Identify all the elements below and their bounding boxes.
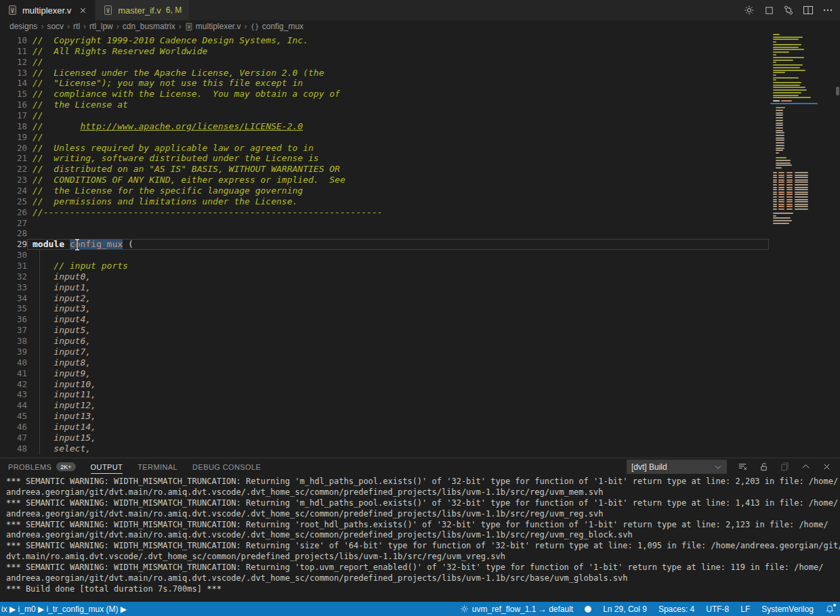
code-line[interactable]: 39 input7,: [0, 347, 769, 357]
design-hierarchy-breadcrumb[interactable]: ix ▶ i_m0 ▶ i_tr_config_mux (M) ▶: [1, 604, 127, 614]
code-line[interactable]: 24// the License for the specific langua…: [0, 185, 769, 196]
code-line[interactable]: 26//------------------------------------…: [0, 207, 769, 218]
status-circle-icon[interactable]: [585, 606, 591, 613]
code-line[interactable]: 18// http://www.apache.org/licenses/LICE…: [0, 121, 769, 132]
minimap-bar: [795, 179, 808, 181]
close-tab-icon[interactable]: [79, 6, 87, 15]
code-line[interactable]: 10// Copyright 1999-2010 Cadence Design …: [0, 35, 769, 46]
code-line[interactable]: 29module config_mux (: [0, 239, 769, 250]
code-line[interactable]: 40 input8,: [0, 357, 769, 368]
tab-debug-console[interactable]: DEBUG CONSOLE: [192, 458, 261, 475]
text-cursor-icon: [73, 238, 81, 254]
code-line[interactable]: 16// the License at: [0, 100, 769, 110]
output-line: andreea.georgian/git/dvt.main/ro.amiq.dv…: [6, 573, 840, 584]
code-line[interactable]: 27: [0, 218, 769, 229]
open-changes-icon[interactable]: [783, 5, 794, 16]
eol-setting[interactable]: LF: [740, 604, 750, 614]
tab-problems[interactable]: PROBLEMS 2K+: [8, 458, 76, 475]
breadcrumb-item[interactable]: cdn_busmatrix: [123, 22, 175, 31]
cursor-position[interactable]: Ln 29, Col 9: [603, 604, 647, 614]
code-line[interactable]: 21// writing, software distributed under…: [0, 153, 769, 164]
code-line[interactable]: 43 input11,: [0, 389, 769, 400]
panel-tab-label: TERMINAL: [138, 463, 177, 471]
license-url-link[interactable]: http://www.apache.org/licenses/LICENSE-2…: [80, 121, 303, 131]
code-line[interactable]: 45 input13,: [0, 411, 769, 422]
minimap[interactable]: [770, 34, 818, 264]
code-line[interactable]: 42 input10,: [0, 379, 769, 390]
line-number: 16: [0, 100, 27, 110]
code-line[interactable]: 44 input12,: [0, 400, 769, 411]
unlock-icon[interactable]: [758, 462, 769, 472]
minimap-bar: [773, 37, 803, 38]
minimap-bar: [773, 82, 801, 83]
minimap-bar: [773, 194, 777, 195]
tab-multiplexer-v[interactable]: V multiplexer.v: [0, 0, 95, 20]
code-line[interactable]: 14// "License"); you may not use this fi…: [0, 78, 769, 89]
tab-master-if-v[interactable]: V master_if.v 6, M: [96, 0, 189, 20]
tab-output[interactable]: OUTPUT: [91, 458, 123, 475]
code-line[interactable]: 41 input9,: [0, 368, 769, 379]
code-line[interactable]: 32 input0,: [0, 271, 769, 282]
scrollbar-handle[interactable]: [836, 87, 839, 95]
code-line[interactable]: 31 // input ports: [0, 261, 769, 271]
code-line[interactable]: 23// CONDITIONS OF ANY KIND, either expr…: [0, 175, 769, 185]
code-editor[interactable]: 10// Copyright 1999-2010 Cadence Design …: [0, 32, 840, 458]
code-line[interactable]: 11// All Rights Reserved Worldwide: [0, 46, 769, 57]
code-line[interactable]: 19//: [0, 132, 769, 143]
code-line[interactable]: 12//: [0, 57, 769, 68]
code-line[interactable]: 38 input6,: [0, 336, 769, 347]
code-line[interactable]: 13// Licensed under the Apache License, …: [0, 68, 769, 79]
maximize-panel-chevron-up-icon[interactable]: [800, 462, 811, 472]
breadcrumb-item[interactable]: rtl_lpw: [89, 22, 113, 31]
minimap-bar: [795, 192, 808, 193]
notifications-bell-icon[interactable]: [825, 604, 835, 614]
code-line[interactable]: 28: [0, 228, 769, 239]
code-line[interactable]: 20// Unless required by applicable law o…: [0, 143, 769, 154]
code-line[interactable]: 15// compliance with the License. You ma…: [0, 89, 769, 100]
gear-icon[interactable]: [744, 5, 755, 16]
minimap-bar: [773, 217, 791, 219]
minimap-bar: [773, 201, 777, 202]
minimap-bar: [773, 187, 777, 188]
tab-label: multiplexer.v: [22, 5, 71, 16]
breadcrumb-item-file[interactable]: V multiplexer.v: [185, 22, 241, 31]
output-console[interactable]: *** SEMANTIC WARNING: WIDTH_MISMATCH_TRU…: [0, 477, 840, 602]
code-text: input5,: [27, 325, 769, 336]
breadcrumb-item[interactable]: rtl: [73, 22, 80, 31]
clear-output-icon[interactable]: [737, 462, 748, 472]
status-bar: ix ▶ i_m0 ▶ i_tr_config_mux (M) ▶ uvm_re…: [0, 602, 840, 616]
code-line[interactable]: 47 input15,: [0, 433, 769, 443]
code-token: [64, 239, 70, 249]
code-line[interactable]: 46 input14,: [0, 422, 769, 433]
stop-square-icon[interactable]: [763, 5, 774, 16]
code-line[interactable]: 35 input3,: [0, 303, 769, 314]
code-line[interactable]: 36 input4,: [0, 314, 769, 325]
code-line[interactable]: 30: [0, 250, 769, 261]
split-editor-icon[interactable]: [803, 5, 814, 16]
tab-terminal[interactable]: TERMINAL: [138, 458, 177, 475]
language-mode[interactable]: SystemVerilog: [761, 604, 814, 614]
code-line[interactable]: 34 input2,: [0, 293, 769, 304]
code-line[interactable]: 33 input1,: [0, 282, 769, 293]
indentation-setting[interactable]: Spaces: 4: [658, 604, 694, 614]
minimap-bar: [795, 204, 808, 205]
breadcrumb-item[interactable]: socv: [47, 22, 64, 31]
output-channel-select[interactable]: [dvt] Build: [627, 460, 727, 474]
minimap-bar: [773, 70, 805, 71]
breadcrumb-item[interactable]: designs: [9, 22, 37, 31]
encoding-setting[interactable]: UTF-8: [706, 604, 729, 614]
code-line[interactable]: 37 input5,: [0, 325, 769, 336]
code-line[interactable]: 25// permissions and limitations under t…: [0, 196, 769, 207]
minimap-bar: [776, 162, 791, 164]
minimap-bar: [776, 167, 782, 169]
minimap-bar: [781, 100, 792, 102]
project-status[interactable]: uvm_ref_flow_1.1 → default: [460, 604, 573, 614]
code-line[interactable]: 48 select,: [0, 443, 769, 454]
close-panel-icon[interactable]: [821, 462, 832, 472]
code-line[interactable]: 17//: [0, 110, 769, 121]
minimap-bar: [786, 184, 793, 185]
line-number: 32: [0, 271, 27, 282]
code-line[interactable]: 22// distributed on an "AS IS" BASIS, WI…: [0, 164, 769, 175]
more-actions-icon[interactable]: [822, 5, 833, 16]
breadcrumb-item-symbol[interactable]: {} config_mux: [251, 22, 304, 31]
